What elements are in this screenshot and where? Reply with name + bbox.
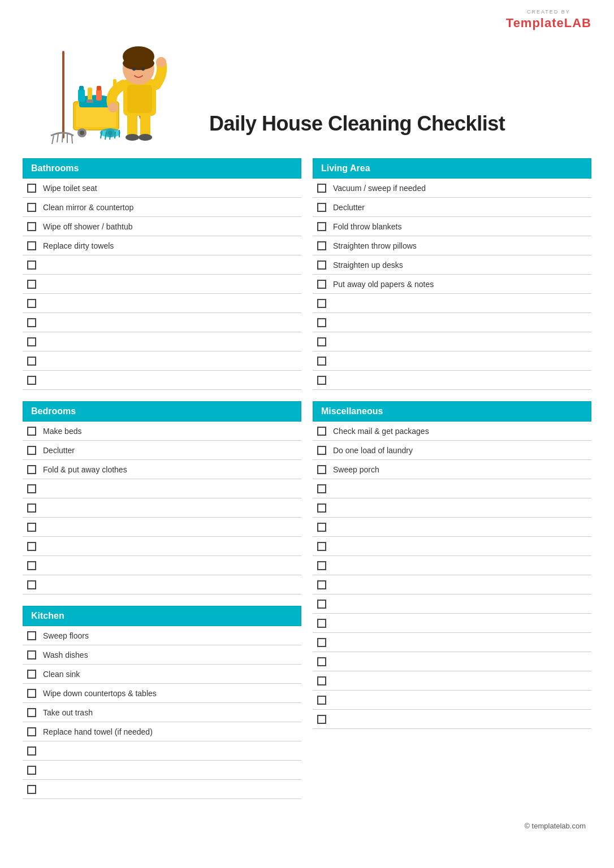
checklist-item: Declutter xyxy=(313,198,591,217)
item-text: Clean sink xyxy=(43,670,80,679)
svg-rect-32 xyxy=(87,99,93,103)
item-text: Sweep floors xyxy=(43,631,89,640)
item-text: Sweep porch xyxy=(333,465,379,474)
checkbox[interactable] xyxy=(27,504,36,513)
item-text: Vacuum / sweep if needed xyxy=(333,184,426,193)
checkbox[interactable] xyxy=(317,222,326,231)
checklist-item: Fold throw blankets xyxy=(313,217,591,236)
item-text: Wash dishes xyxy=(43,650,88,659)
main-content: BathroomsWipe toilet seatClean mirror & … xyxy=(0,158,614,810)
checkbox[interactable] xyxy=(27,766,36,775)
checkbox[interactable] xyxy=(27,747,36,756)
checklist-item xyxy=(23,780,301,799)
checkbox[interactable] xyxy=(317,299,326,308)
checkbox[interactable] xyxy=(317,600,326,609)
checkbox[interactable] xyxy=(27,523,36,532)
checklist-item xyxy=(313,313,591,332)
checkbox[interactable] xyxy=(317,523,326,532)
checklist-item xyxy=(23,575,301,594)
checkbox[interactable] xyxy=(317,504,326,513)
checkbox[interactable] xyxy=(27,785,36,794)
checkbox[interactable] xyxy=(317,465,326,474)
checkbox[interactable] xyxy=(27,318,36,327)
svg-line-38 xyxy=(62,133,63,142)
checkbox[interactable] xyxy=(317,261,326,270)
checkbox[interactable] xyxy=(317,676,326,685)
checkbox[interactable] xyxy=(317,184,326,193)
checklist-item xyxy=(313,498,591,518)
checklist-item xyxy=(23,275,301,294)
checkbox[interactable] xyxy=(27,580,36,589)
checkbox[interactable] xyxy=(27,650,36,659)
right-column: Living AreaVacuum / sweep if neededDeclu… xyxy=(313,158,591,810)
checkbox[interactable] xyxy=(317,241,326,250)
footer: © templatelab.com xyxy=(0,810,614,841)
section-living-area: Living AreaVacuum / sweep if neededDeclu… xyxy=(313,158,591,390)
checkbox[interactable] xyxy=(27,465,36,474)
checklist-item xyxy=(313,594,591,614)
checklist-item xyxy=(23,761,301,780)
checkbox[interactable] xyxy=(317,280,326,289)
checklist-item xyxy=(23,498,301,518)
checkbox[interactable] xyxy=(317,561,326,570)
checkbox[interactable] xyxy=(27,631,36,640)
hero-illustration xyxy=(34,17,192,147)
checkbox[interactable] xyxy=(27,357,36,366)
checkbox[interactable] xyxy=(317,446,326,455)
checkbox[interactable] xyxy=(317,357,326,366)
checkbox[interactable] xyxy=(27,203,36,212)
checkbox[interactable] xyxy=(317,427,326,436)
checkbox[interactable] xyxy=(27,337,36,346)
checkbox[interactable] xyxy=(317,203,326,212)
checkbox[interactable] xyxy=(27,280,36,289)
checkbox[interactable] xyxy=(27,708,36,717)
checkbox[interactable] xyxy=(27,241,36,250)
checkbox[interactable] xyxy=(317,657,326,666)
checkbox[interactable] xyxy=(317,638,326,647)
checkbox[interactable] xyxy=(27,727,36,736)
svg-rect-29 xyxy=(78,89,85,102)
svg-line-14 xyxy=(115,132,115,138)
svg-point-23 xyxy=(156,57,166,67)
checkbox[interactable] xyxy=(27,689,36,698)
item-text: Declutter xyxy=(333,203,365,212)
checklist-item: Wash dishes xyxy=(23,645,301,665)
checkbox[interactable] xyxy=(27,670,36,679)
svg-point-28 xyxy=(141,67,145,71)
checklist-item xyxy=(23,556,301,575)
svg-rect-35 xyxy=(62,51,64,138)
checkbox[interactable] xyxy=(27,222,36,231)
checkbox[interactable] xyxy=(27,184,36,193)
checkbox[interactable] xyxy=(317,715,326,724)
checklist-item: Sweep porch xyxy=(313,460,591,479)
checklist-item xyxy=(23,518,301,537)
checkbox[interactable] xyxy=(27,376,36,385)
checklist-item: Straighten throw pillows xyxy=(313,236,591,255)
checklist-item xyxy=(313,479,591,498)
checkbox[interactable] xyxy=(27,561,36,570)
checkbox[interactable] xyxy=(27,299,36,308)
checkbox[interactable] xyxy=(317,619,326,628)
checkbox[interactable] xyxy=(317,580,326,589)
checkbox[interactable] xyxy=(27,484,36,493)
checkbox[interactable] xyxy=(317,696,326,705)
svg-line-36 xyxy=(52,136,54,144)
checklist-item: Clean sink xyxy=(23,665,301,684)
checkbox[interactable] xyxy=(27,446,36,455)
checkbox[interactable] xyxy=(317,318,326,327)
item-text: Take out trash xyxy=(43,708,93,717)
item-text: Declutter xyxy=(43,446,75,455)
checklist-item xyxy=(23,332,301,351)
item-text: Replace hand towel (if needed) xyxy=(43,727,153,736)
checklist-item xyxy=(313,633,591,652)
checkbox[interactable] xyxy=(317,337,326,346)
checklist-item: Vacuum / sweep if needed xyxy=(313,179,591,198)
checklist-item xyxy=(23,294,301,313)
checkbox[interactable] xyxy=(27,261,36,270)
checkbox[interactable] xyxy=(317,376,326,385)
checkbox[interactable] xyxy=(27,542,36,551)
checkbox[interactable] xyxy=(317,484,326,493)
checkbox[interactable] xyxy=(27,427,36,436)
checkbox[interactable] xyxy=(317,542,326,551)
item-text: Fold throw blankets xyxy=(333,222,401,231)
